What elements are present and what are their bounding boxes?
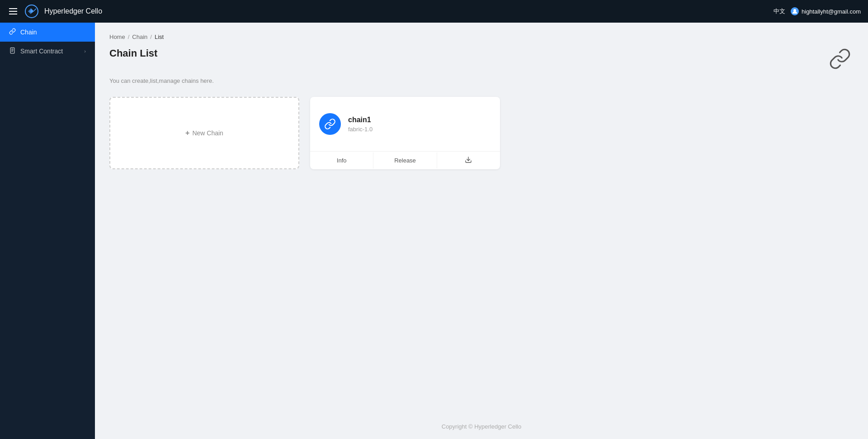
sidebar: Chain Smart Contract › xyxy=(0,23,95,439)
sidebar-item-smart-contract[interactable]: Smart Contract › xyxy=(0,42,95,61)
header-left: Hyperledger Cello xyxy=(7,4,102,19)
chain-card-footer: Info Release xyxy=(310,151,500,169)
chain-name: chain1 xyxy=(348,116,373,124)
chain-nav-icon xyxy=(9,28,16,36)
smart-contract-nav-icon xyxy=(9,47,16,55)
download-icon xyxy=(465,156,472,163)
copyright-text: Copyright © Hyperledger Cello xyxy=(442,423,522,430)
main-layout: Chain Smart Contract › Home / Chain / Li… xyxy=(0,23,868,439)
app-logo-icon xyxy=(24,4,39,19)
chevron-down-icon: › xyxy=(84,48,86,54)
user-info: hightallyht@gmail.com xyxy=(791,7,861,15)
chain-info: chain1 fabric-1.0 xyxy=(348,116,373,133)
breadcrumb-chain[interactable]: Chain xyxy=(132,33,147,40)
language-switch-button[interactable]: 中文 xyxy=(774,7,785,15)
sidebar-item-chain[interactable]: Chain xyxy=(0,23,95,42)
chain-info-button[interactable]: Info xyxy=(310,153,373,168)
chain-card: chain1 fabric-1.0 Info Release xyxy=(310,97,500,169)
chain-decorative-icon xyxy=(826,48,854,74)
chain-download-button[interactable] xyxy=(437,152,500,169)
new-chain-label: New Chain xyxy=(192,129,223,137)
chain-version: fabric-1.0 xyxy=(348,126,373,133)
page-title-text-group: Chain List xyxy=(109,48,157,59)
chain-avatar xyxy=(319,113,341,135)
breadcrumb: Home / Chain / List xyxy=(109,33,854,40)
breadcrumb-current: List xyxy=(155,33,164,40)
new-chain-card[interactable]: + New Chain xyxy=(109,97,299,169)
menu-toggle-button[interactable] xyxy=(7,6,19,16)
sidebar-chain-label: Chain xyxy=(20,29,86,36)
user-avatar-icon xyxy=(791,7,799,15)
sidebar-smart-contract-label: Smart Contract xyxy=(20,48,80,55)
breadcrumb-sep-2: / xyxy=(150,33,152,40)
plus-icon: + xyxy=(185,129,189,137)
content-area: Home / Chain / List Chain List You can xyxy=(95,23,868,414)
chain-release-button[interactable]: Release xyxy=(373,153,437,168)
page-title-area: Chain List xyxy=(109,48,854,74)
footer: Copyright © Hyperledger Cello xyxy=(95,414,868,439)
svg-point-1 xyxy=(30,10,33,13)
main-content: Home / Chain / List Chain List You can xyxy=(95,23,868,439)
user-email: hightallyht@gmail.com xyxy=(802,8,861,15)
page-title: Chain List xyxy=(109,48,157,59)
header-right: 中文 hightallyht@gmail.com xyxy=(774,7,861,15)
chain-card-body: chain1 fabric-1.0 xyxy=(310,97,500,151)
header: Hyperledger Cello 中文 hightallyht@gmail.c… xyxy=(0,0,868,23)
chains-grid: + New Chain chain1 f xyxy=(109,97,854,169)
breadcrumb-sep-1: / xyxy=(128,33,130,40)
app-title: Hyperledger Cello xyxy=(44,7,102,15)
page-subtitle: You can create,list,manage chains here. xyxy=(109,77,854,84)
breadcrumb-home[interactable]: Home xyxy=(109,33,125,40)
